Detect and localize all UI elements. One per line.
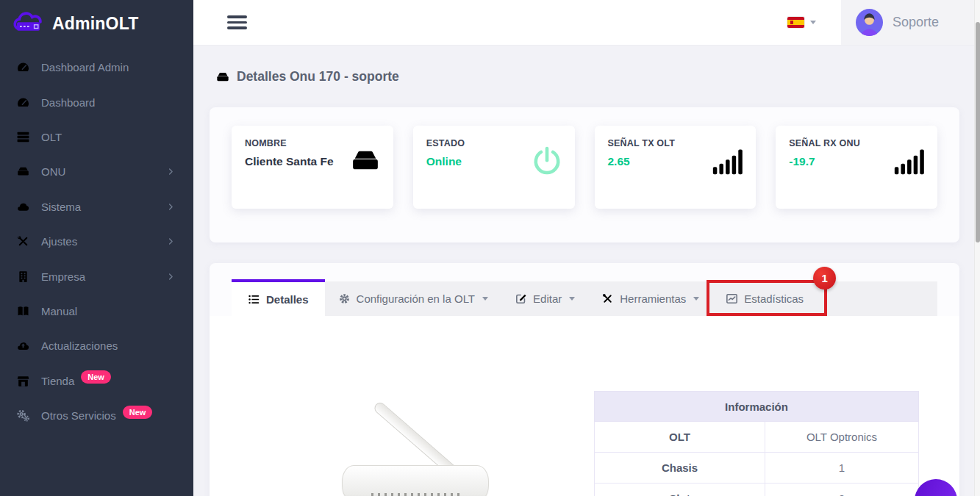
- tab-label: Editar: [533, 292, 562, 305]
- table-row: OLT OLT Optronics: [595, 422, 919, 453]
- table-row: Chasis 1: [595, 453, 919, 484]
- new-badge: New: [123, 406, 153, 419]
- page-scrollbar[interactable]: [974, 0, 980, 496]
- sidebar-item-label: Dashboard Admin: [41, 61, 129, 73]
- info-table-title: Información: [595, 392, 919, 422]
- sidebar-item-ajustes[interactable]: Ajustes: [0, 224, 193, 259]
- cloud-icon: [16, 200, 30, 214]
- tab-configuracion-olt[interactable]: Configuración en la OLT: [325, 281, 501, 316]
- info-table: Información OLT OLT Optronics Chasis 1 S…: [594, 391, 919, 496]
- info-key: OLT: [595, 422, 765, 453]
- edit-icon: [515, 292, 527, 305]
- gear-icon: [338, 292, 351, 305]
- spain-flag-icon: [787, 17, 804, 28]
- cards-row: NOMBRE Cliente Santa Fe ESTADO Online SE…: [210, 107, 959, 227]
- sidebar-item-label: Manual: [41, 305, 77, 317]
- sidebar-item-label: Otros Servicios: [41, 409, 116, 422]
- sidebar-item-label: Dashboard: [41, 96, 95, 109]
- scrollbar-thumb[interactable]: [976, 22, 980, 242]
- language-dropdown[interactable]: [787, 17, 816, 28]
- olt-servers-icon: [16, 130, 30, 144]
- caret-down-icon: [569, 297, 575, 301]
- signal-bars-icon: [893, 145, 926, 177]
- tab-editar[interactable]: Editar: [501, 281, 588, 316]
- sidebar-item-actualizaciones[interactable]: Actualizaciones: [0, 328, 193, 363]
- page-title-text: Detalles Onu 170 - soporte: [237, 69, 399, 85]
- tab-label: Herramientas: [620, 292, 686, 305]
- tab-estadisticas[interactable]: Estadísticas 1: [712, 281, 817, 316]
- topbar-right: Soporte: [787, 0, 974, 45]
- table-row: Slot 2: [595, 484, 919, 496]
- onu-device-icon: [16, 165, 30, 179]
- book-icon: [16, 304, 30, 318]
- username: Soporte: [893, 15, 939, 30]
- sidebar-item-label: ONU: [41, 165, 65, 178]
- tools-icon: [601, 292, 614, 305]
- info-key: Slot: [595, 484, 765, 496]
- caret-down-icon: [693, 297, 699, 301]
- onu-device-image: [342, 386, 489, 496]
- onu-device-icon: [215, 70, 230, 85]
- new-badge: New: [81, 370, 111, 384]
- main-content: Detalles Onu 170 - soporte NOMBRE Client…: [193, 46, 974, 496]
- cloud-upload-icon: [16, 339, 30, 353]
- brand-cloud-icon: [12, 10, 46, 37]
- tab-label: Configuración en la OLT: [357, 292, 475, 305]
- app-root: AdminOLT Dashboard Admin Dashboard OLT O…: [0, 0, 980, 496]
- sidebar-item-dashboard-admin[interactable]: Dashboard Admin: [0, 50, 193, 85]
- info-value: 1: [765, 453, 919, 484]
- chevron-right-icon: [166, 272, 176, 281]
- sidebar-item-label: OLT: [41, 131, 62, 143]
- brand-name: AdminOLT: [52, 14, 138, 34]
- page-title: Detalles Onu 170 - soporte: [215, 69, 399, 85]
- sidebar-item-empresa[interactable]: Empresa: [0, 259, 193, 293]
- caret-down-icon: [482, 297, 488, 301]
- detail-panel: Detalles Configuración en la OLT Editar …: [210, 263, 959, 496]
- sidebar: AdminOLT Dashboard Admin Dashboard OLT O…: [0, 0, 193, 496]
- chevron-right-icon: [166, 167, 176, 176]
- tab-bar: Detalles Configuración en la OLT Editar …: [232, 281, 937, 316]
- tab-herramientas[interactable]: Herramientas: [588, 281, 712, 316]
- sidebar-item-label: Ajustes: [41, 235, 77, 248]
- list-icon: [248, 293, 260, 306]
- stat-card-nombre: NOMBRE Cliente Santa Fe: [232, 126, 393, 209]
- tools-icon: [16, 234, 30, 248]
- menu-toggle-button[interactable]: [227, 12, 247, 33]
- chevron-right-icon: [166, 237, 176, 246]
- gauge-icon: [16, 60, 30, 74]
- building-icon: [16, 270, 30, 284]
- tab-content-detalles: Información OLT OLT Optronics Chasis 1 S…: [210, 316, 959, 496]
- power-icon: [531, 145, 563, 177]
- sidebar-item-label: Sistema: [41, 201, 81, 213]
- sidebar-item-label: Empresa: [41, 270, 85, 283]
- sidebar-item-label: Actualizaciones: [41, 339, 118, 352]
- signal-bars-icon: [712, 145, 744, 177]
- tab-label: Detalles: [266, 293, 309, 306]
- chart-line-icon: [726, 292, 738, 305]
- sidebar-item-sistema[interactable]: Sistema: [0, 190, 193, 224]
- info-value: 2: [765, 484, 919, 496]
- avatar: [856, 9, 883, 36]
- gauge-icon: [16, 96, 30, 109]
- sidebar-item-manual[interactable]: Manual: [0, 294, 193, 328]
- topbar: Soporte: [193, 0, 974, 46]
- annotation-step-badge: 1: [813, 267, 836, 290]
- summary-panel: NOMBRE Cliente Santa Fe ESTADO Online SE…: [210, 107, 959, 242]
- info-value: OLT Optronics: [765, 422, 919, 453]
- sidebar-item-otros-servicios[interactable]: Otros Servicios New: [0, 398, 193, 433]
- user-menu[interactable]: Soporte: [841, 0, 974, 45]
- app-logo[interactable]: AdminOLT: [0, 0, 193, 47]
- sidebar-nav: Dashboard Admin Dashboard OLT ONU Sistem…: [0, 47, 193, 433]
- tab-detalles[interactable]: Detalles: [232, 279, 325, 316]
- stat-card-senal-tx-olt: SEÑAL TX OLT 2.65: [595, 126, 757, 209]
- sidebar-item-tienda[interactable]: Tienda New: [0, 364, 193, 398]
- stat-card-senal-rx-onu: SEÑAL RX ONU -19.7: [776, 126, 937, 209]
- info-key: Chasis: [595, 453, 765, 484]
- stat-card-estado: ESTADO Online: [413, 126, 575, 209]
- sidebar-item-olt[interactable]: OLT: [0, 120, 193, 154]
- chevron-right-icon: [166, 202, 176, 212]
- sidebar-item-dashboard[interactable]: Dashboard: [0, 85, 193, 119]
- sidebar-item-onu[interactable]: ONU: [0, 154, 193, 189]
- caret-down-icon: [810, 21, 816, 24]
- tab-label: Estadísticas: [744, 292, 804, 305]
